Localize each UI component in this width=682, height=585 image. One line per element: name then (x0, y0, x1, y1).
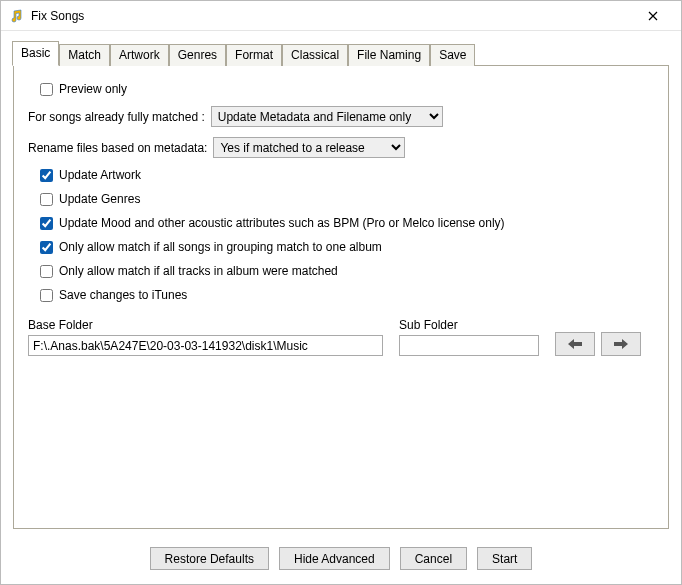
only-group-match-checkbox[interactable]: Only allow match if all songs in groupin… (40, 240, 382, 254)
tab-basic[interactable]: Basic (12, 41, 59, 66)
only-album-match-input[interactable] (40, 265, 53, 278)
tab-artwork[interactable]: Artwork (110, 44, 169, 66)
save-itunes-label: Save changes to iTunes (59, 288, 187, 302)
preview-only-label: Preview only (59, 82, 127, 96)
prev-folder-button[interactable] (555, 332, 595, 356)
base-folder-input[interactable] (28, 335, 383, 356)
update-artwork-input[interactable] (40, 169, 53, 182)
start-button[interactable]: Start (477, 547, 532, 570)
close-button[interactable] (633, 2, 673, 30)
only-album-match-label: Only allow match if all tracks in album … (59, 264, 338, 278)
already-matched-label: For songs already fully matched : (28, 110, 205, 124)
tab-strip: Basic Match Artwork Genres Format Classi… (13, 43, 669, 66)
save-itunes-input[interactable] (40, 289, 53, 302)
tab-classical[interactable]: Classical (282, 44, 348, 66)
dialog-buttons: Restore Defaults Hide Advanced Cancel St… (1, 537, 681, 584)
only-group-match-input[interactable] (40, 241, 53, 254)
sub-folder-input[interactable] (399, 335, 539, 356)
update-mood-label: Update Mood and other acoustic attribute… (59, 216, 505, 230)
update-genres-label: Update Genres (59, 192, 140, 206)
hide-advanced-button[interactable]: Hide Advanced (279, 547, 390, 570)
app-icon (9, 8, 25, 24)
update-mood-checkbox[interactable]: Update Mood and other acoustic attribute… (40, 216, 505, 230)
tab-save[interactable]: Save (430, 44, 475, 66)
arrow-right-icon (614, 339, 628, 349)
basic-panel: Preview only For songs already fully mat… (13, 66, 669, 529)
tab-format[interactable]: Format (226, 44, 282, 66)
arrow-left-icon (568, 339, 582, 349)
only-album-match-checkbox[interactable]: Only allow match if all tracks in album … (40, 264, 338, 278)
already-matched-select[interactable]: Update Metadata and Filename only (211, 106, 443, 127)
update-mood-input[interactable] (40, 217, 53, 230)
tab-match[interactable]: Match (59, 44, 110, 66)
update-genres-input[interactable] (40, 193, 53, 206)
sub-folder-label: Sub Folder (399, 318, 539, 332)
only-group-match-label: Only allow match if all songs in groupin… (59, 240, 382, 254)
tab-file-naming[interactable]: File Naming (348, 44, 430, 66)
update-artwork-label: Update Artwork (59, 168, 141, 182)
tab-genres[interactable]: Genres (169, 44, 226, 66)
base-folder-label: Base Folder (28, 318, 383, 332)
rename-files-select[interactable]: Yes if matched to a release (213, 137, 405, 158)
window-title: Fix Songs (31, 9, 633, 23)
preview-only-checkbox[interactable]: Preview only (40, 82, 127, 96)
save-itunes-checkbox[interactable]: Save changes to iTunes (40, 288, 187, 302)
cancel-button[interactable]: Cancel (400, 547, 467, 570)
preview-only-input[interactable] (40, 83, 53, 96)
rename-files-label: Rename files based on metadata: (28, 141, 207, 155)
next-folder-button[interactable] (601, 332, 641, 356)
titlebar: Fix Songs (1, 1, 681, 31)
update-genres-checkbox[interactable]: Update Genres (40, 192, 140, 206)
update-artwork-checkbox[interactable]: Update Artwork (40, 168, 141, 182)
restore-defaults-button[interactable]: Restore Defaults (150, 547, 269, 570)
